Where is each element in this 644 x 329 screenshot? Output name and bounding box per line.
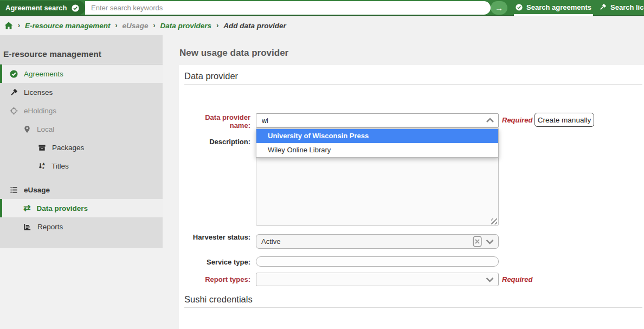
sidebar-e-resource-management: E-resource management Agreements License…	[0, 35, 163, 248]
sidebar-item-label: Licenses	[24, 88, 53, 96]
map-pin-icon	[23, 125, 31, 133]
harvester-status-value: Active	[261, 237, 280, 246]
swap-arrows-icon: ⇄	[23, 204, 30, 212]
sidebar-item-label: eHoldings	[24, 107, 56, 115]
breadcrumb-separator: ›	[115, 22, 118, 29]
data-provider-name-label: Data provider name:	[184, 113, 250, 130]
bar-chart-icon	[23, 223, 31, 231]
tab-search-licenses[interactable]: Search licenses	[597, 0, 644, 16]
crosshair-icon	[10, 107, 18, 115]
sort-alpha-icon: Az	[38, 162, 46, 170]
sidebar-item-local[interactable]: Local	[0, 120, 163, 138]
chevron-down-icon[interactable]	[485, 238, 494, 245]
tab-label: Search agreements	[526, 3, 591, 11]
tab-label: Search licenses	[610, 3, 644, 11]
create-manually-button[interactable]: Create manually	[534, 113, 594, 127]
page-title: New usage data provider	[179, 48, 288, 59]
chevron-up-icon[interactable]	[486, 117, 494, 124]
app-window: Agreement search → Search agreements Sea…	[0, 0, 644, 329]
search-input[interactable]	[85, 1, 491, 15]
search-submit-button[interactable]: →	[491, 1, 507, 15]
section-title-sushi-credentials: Sushi credentials	[184, 294, 253, 305]
svg-text:A: A	[42, 162, 45, 166]
sidebar-item-packages[interactable]: Packages	[0, 138, 163, 157]
report-types-select[interactable]	[256, 273, 499, 286]
dropdown-option-wiley-online-library[interactable]: Wiley Online Library	[256, 143, 498, 157]
svg-text:z: z	[42, 166, 44, 170]
sidebar-group-gap	[0, 175, 163, 180]
check-circle-icon	[516, 4, 523, 11]
breadcrumb-e-resource-management[interactable]: E-resource management	[25, 22, 111, 30]
sidebar-item-titles[interactable]: Az Titles	[0, 157, 163, 175]
breadcrumb-data-providers[interactable]: Data providers	[160, 22, 212, 30]
service-type-label: Service type:	[184, 258, 250, 266]
chevron-down-icon[interactable]	[485, 276, 494, 283]
breadcrumb: › E-resource management › eUsage › Data …	[0, 16, 644, 35]
breadcrumb-add-data-provider: Add data provider	[223, 22, 286, 30]
section-divider	[184, 84, 642, 85]
check-circle-icon	[72, 4, 79, 12]
gavel-icon	[10, 88, 18, 96]
clear-x-icon[interactable]	[473, 236, 482, 247]
sidebar-item-licenses[interactable]: Licenses	[0, 83, 163, 101]
required-note: Required	[502, 116, 532, 124]
breadcrumb-separator: ›	[153, 22, 156, 29]
description-label: Description:	[184, 138, 250, 146]
sidebar-title: E-resource management	[0, 35, 163, 64]
required-note: Required	[502, 275, 532, 283]
report-types-label: Report types:	[184, 275, 250, 283]
tab-search-agreements[interactable]: Search agreements	[514, 0, 593, 16]
archive-box-icon	[38, 144, 46, 152]
data-provider-name-input[interactable]	[256, 113, 499, 128]
sidebar-item-agreements[interactable]: Agreements	[0, 64, 163, 83]
breadcrumb-separator: ›	[18, 22, 20, 29]
app-button-label: Agreement search	[5, 4, 67, 12]
list-icon	[10, 186, 18, 194]
service-type-input[interactable]	[256, 256, 499, 267]
gavel-icon	[599, 3, 607, 11]
sidebar-item-label: Packages	[52, 144, 84, 152]
sidebar-item-data-providers[interactable]: ⇄ Data providers	[0, 199, 163, 217]
top-search-bar: Agreement search → Search agreements Sea…	[0, 0, 644, 16]
provider-autocomplete-dropdown: University of Wisconsin Press Wiley Onli…	[256, 128, 499, 158]
sidebar-item-label: Data providers	[36, 204, 88, 212]
sidebar-item-label: Reports	[37, 223, 63, 231]
breadcrumb-eusage[interactable]: eUsage	[123, 22, 149, 30]
harvester-status-label: Harvester status:	[184, 233, 250, 241]
breadcrumb-separator: ›	[216, 22, 218, 29]
sidebar-item-label: eUsage	[24, 186, 50, 194]
sidebar-item-label: Agreements	[24, 70, 63, 78]
new-data-provider-form-panel: Data provider Data provider name: Requir…	[179, 65, 644, 329]
sidebar-item-label: Titles	[51, 162, 69, 170]
harvester-status-select[interactable]: Active	[256, 234, 499, 249]
sidebar-item-eholdings[interactable]: eHoldings	[0, 101, 163, 120]
sidebar-item-label: Local	[37, 125, 54, 133]
sidebar-item-eusage[interactable]: eUsage	[0, 180, 163, 199]
section-title-data-provider: Data provider	[184, 71, 238, 81]
check-circle-icon	[10, 70, 18, 78]
sidebar-item-reports[interactable]: Reports	[0, 217, 163, 236]
dropdown-option-university-of-wisconsin-press[interactable]: University of Wisconsin Press	[256, 129, 498, 143]
home-icon[interactable]	[4, 22, 13, 30]
agreement-search-app-button[interactable]: Agreement search	[0, 1, 85, 15]
arrow-right-icon: →	[495, 3, 503, 12]
section-divider	[184, 307, 642, 308]
